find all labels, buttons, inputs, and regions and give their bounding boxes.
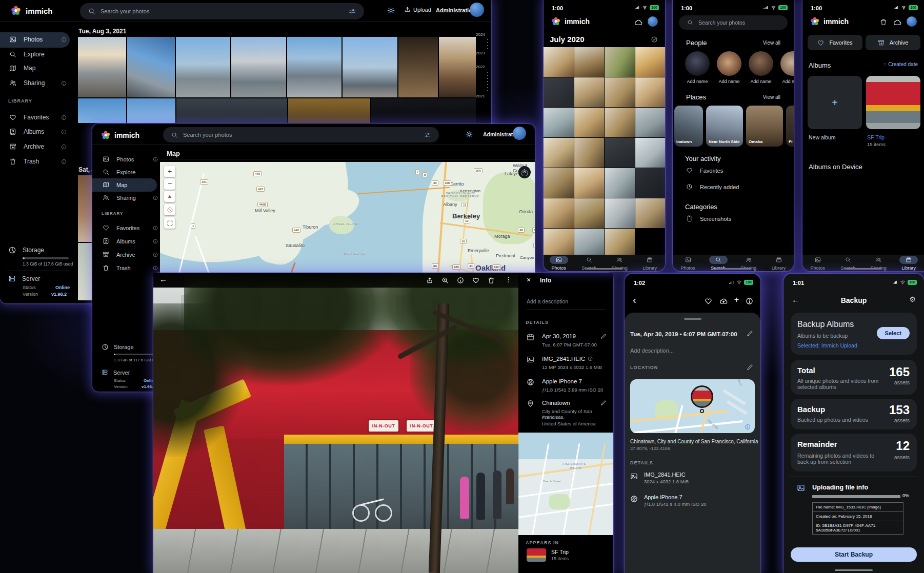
filter-sliders-icon[interactable]	[349, 8, 356, 15]
immich-logo[interactable]: immich	[101, 130, 139, 140]
photo-tile[interactable]	[127, 98, 175, 123]
photo-tile[interactable]	[544, 198, 574, 228]
filter-sliders-icon[interactable]	[424, 132, 431, 138]
description-input[interactable]: Add description...	[630, 347, 674, 354]
new-album-tile[interactable]: +	[808, 76, 862, 129]
upload-button[interactable]: Upload	[404, 6, 431, 13]
close-info-button[interactable]: ×	[527, 276, 531, 284]
share-icon[interactable]	[426, 277, 433, 284]
info-icon[interactable]	[61, 80, 67, 86]
sidebar-item-favorites[interactable]: Favorites	[103, 224, 158, 231]
place-card[interactable]: Omaha	[746, 106, 783, 147]
photo-tile[interactable]	[176, 98, 287, 123]
info-icon[interactable]	[153, 195, 158, 200]
search-input[interactable]: Search your photos	[679, 15, 788, 30]
sidebar-item-favorites[interactable]: Favorites	[9, 114, 67, 121]
info-icon[interactable]	[153, 252, 158, 257]
photo-tile[interactable]	[127, 37, 175, 97]
select-all-check-icon[interactable]	[651, 36, 658, 43]
album-tile-sf-trip[interactable]	[866, 76, 920, 129]
back-button[interactable]: ‹	[633, 294, 636, 306]
sidebar-item-sharing[interactable]: Sharing	[103, 194, 158, 201]
favorite-heart-icon[interactable]	[472, 277, 479, 284]
map-zoom-out-button[interactable]: −	[164, 178, 175, 190]
person-item[interactable]: Add name	[780, 51, 794, 84]
more-kebab-icon[interactable]: ⋮	[505, 276, 512, 283]
place-card[interactable]: Pi	[786, 106, 794, 147]
photo-tile[interactable]	[544, 138, 574, 168]
sidebar-item-map[interactable]: Map	[9, 65, 67, 72]
photo-tile[interactable]	[574, 138, 605, 168]
trash-icon[interactable]	[880, 18, 887, 26]
photo-tile[interactable]	[635, 47, 666, 77]
map-fullscreen-button[interactable]	[164, 217, 175, 229]
photo-tile[interactable]	[635, 198, 666, 228]
map-draw-disabled-button[interactable]	[164, 204, 175, 215]
info-icon[interactable]	[61, 144, 67, 150]
sidebar-item-explore[interactable]: Explore	[103, 169, 158, 175]
description-input[interactable]: Add a description	[527, 298, 568, 304]
photo-tile[interactable]	[176, 37, 230, 97]
cloud-sync-icon[interactable]	[893, 18, 901, 27]
info-icon[interactable]	[153, 157, 158, 162]
photo-tile[interactable]	[605, 229, 635, 258]
screenshots-row[interactable]: Screenshots	[686, 215, 731, 222]
sidebar-item-photos[interactable]: Photos	[103, 156, 158, 162]
favorites-button[interactable]: Favorites	[808, 35, 862, 50]
edit-pencil-icon[interactable]	[600, 400, 607, 406]
location-map-card[interactable]: San Francisco Ferry The Emb	[630, 379, 755, 433]
user-avatar[interactable]	[470, 3, 484, 17]
sidebar-item-trash[interactable]: Trash	[9, 158, 67, 165]
nav-tab-library[interactable]: Library	[764, 256, 794, 271]
info-icon[interactable]	[746, 297, 753, 305]
edit-pencil-icon[interactable]	[747, 364, 753, 371]
photo-tile[interactable]	[574, 198, 605, 228]
nav-tab-photos[interactable]: Photos	[544, 256, 574, 271]
theme-toggle-icon[interactable]	[466, 131, 473, 138]
info-icon[interactable]	[457, 277, 464, 284]
recently-added-row[interactable]: Recently added	[686, 183, 739, 190]
detail-bottom-sheet[interactable]: Tue, Apr 30, 2019 • 6:07 PM GMT-07:00 Ad…	[625, 313, 760, 573]
photo-tile[interactable]	[574, 229, 605, 258]
sidebar-item-trash[interactable]: Trash	[103, 264, 158, 271]
immich-logo[interactable]: immich	[10, 5, 53, 16]
settings-gear-icon[interactable]: ⚙	[909, 295, 916, 303]
photo-tile[interactable]	[544, 108, 574, 137]
cloud-sync-icon[interactable]	[634, 18, 642, 27]
theme-toggle-icon[interactable]	[387, 7, 395, 14]
map-info-icon[interactable]	[745, 424, 751, 430]
sidebar-item-albums[interactable]: Albums	[103, 238, 158, 244]
photo-tile[interactable]	[605, 47, 635, 77]
info-icon[interactable]	[61, 159, 67, 165]
delete-trash-icon[interactable]	[488, 277, 495, 284]
sheet-drag-handle[interactable]	[684, 318, 701, 320]
sidebar-item-sharing[interactable]: Sharing	[9, 79, 67, 87]
search-input[interactable]: Search your photos	[80, 3, 364, 19]
photo-tile[interactable]	[544, 77, 574, 107]
place-card[interactable]: inatown	[674, 106, 703, 147]
photo-tile[interactable]	[635, 168, 666, 198]
info-icon[interactable]	[588, 356, 593, 361]
photo-tile[interactable]	[544, 229, 574, 258]
photo-tile[interactable]	[574, 77, 605, 107]
select-button[interactable]: Select	[877, 327, 910, 339]
photo-tile[interactable]	[544, 47, 574, 77]
sidebar-item-explore[interactable]: Explore	[9, 51, 67, 58]
photo-strip[interactable]	[78, 243, 92, 300]
person-item[interactable]: Add name	[685, 51, 710, 84]
person-item[interactable]: Add name	[749, 51, 773, 84]
favorite-heart-icon[interactable]	[705, 297, 712, 305]
photo-tile[interactable]	[574, 108, 605, 137]
edit-pencil-icon[interactable]	[600, 333, 607, 339]
zoom-in-icon[interactable]	[441, 277, 449, 284]
photo-tile[interactable]	[78, 37, 126, 97]
photo-tile[interactable]	[635, 229, 666, 258]
info-icon[interactable]	[153, 265, 158, 271]
info-icon[interactable]	[153, 239, 158, 244]
search-input[interactable]: Search your photos	[163, 127, 439, 142]
photo-tile[interactable]	[635, 108, 666, 137]
photo-tile[interactable]	[398, 37, 438, 97]
photo-tile[interactable]	[544, 168, 574, 198]
photo-tile[interactable]	[78, 98, 126, 123]
photo-tile[interactable]	[605, 77, 635, 107]
